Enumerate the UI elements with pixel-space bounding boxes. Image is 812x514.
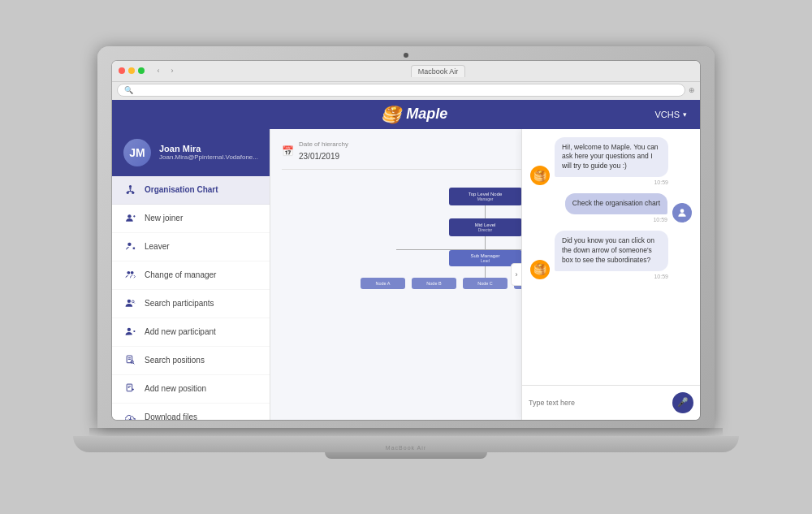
sidebar-label-search-participants: Search participants bbox=[145, 299, 214, 308]
browser-window: ‹ › Macbook Air 🔍 ⊕ 🥞 bbox=[112, 61, 700, 420]
chat-message-user-1: Check the organisation chart 10:59 bbox=[530, 193, 692, 222]
calendar-icon: 📅 bbox=[282, 145, 294, 157]
forward-button[interactable]: › bbox=[166, 65, 178, 76]
browser-nav: ‹ › bbox=[153, 65, 178, 76]
app-header: 🥞 Maple VCHS ▾ bbox=[112, 100, 700, 129]
browser-tab[interactable]: Macbook Air bbox=[411, 65, 466, 77]
sidebar-item-change-manager[interactable]: Change of manager bbox=[112, 261, 270, 290]
address-bar: 🔍 ⊕ bbox=[112, 82, 700, 100]
laptop-base: MacBook Air bbox=[73, 436, 739, 452]
svg-line-16 bbox=[133, 302, 134, 303]
chat-time-1: 10:59 bbox=[555, 179, 668, 185]
sidebar: JM Joan Mira Joan.Mira@Ppinternal.Vodafo… bbox=[112, 129, 270, 420]
svg-point-6 bbox=[127, 214, 131, 218]
chat-messages: 🥞 Hi!, welcome to Maple. You can ask her… bbox=[522, 129, 700, 385]
header-org-name: VCHS bbox=[654, 110, 680, 119]
address-search-icon: ⊕ bbox=[689, 86, 695, 94]
header-org-selector[interactable]: VCHS ▾ bbox=[654, 110, 687, 119]
sidebar-item-add-position[interactable]: Add new position bbox=[112, 375, 270, 404]
svg-rect-25 bbox=[127, 384, 132, 391]
url-input[interactable]: 🔍 bbox=[117, 84, 685, 97]
user-info: Joan Mira Joan.Mira@Ppinternal.Vodafone.… bbox=[159, 144, 258, 161]
chat-expand-button[interactable]: › bbox=[511, 263, 522, 286]
date-label: Date of hierarchy bbox=[299, 140, 348, 148]
svg-point-13 bbox=[130, 271, 133, 274]
org-node-l1[interactable]: Node A bbox=[361, 278, 405, 289]
sidebar-item-search-positions[interactable]: Search positions bbox=[112, 347, 270, 375]
mic-button[interactable]: 🎤 bbox=[672, 392, 693, 413]
bot-avatar-2: 🥞 bbox=[530, 260, 550, 279]
sidebar-item-search-participants[interactable]: Search participants bbox=[112, 290, 270, 318]
sidebar-label-new-joiner: New joiner bbox=[145, 214, 183, 222]
sidebar-item-new-joiner[interactable]: New joiner bbox=[112, 205, 270, 233]
macbook-label: MacBook Air bbox=[386, 445, 426, 451]
sidebar-label-org-chart: Organisation Chart bbox=[145, 185, 218, 194]
content-area: 📅 Date of hierarchy 23/01/2019 Top Level… bbox=[270, 129, 700, 420]
org-connector bbox=[485, 205, 486, 218]
camera-dot bbox=[404, 53, 408, 58]
avatar: JM bbox=[123, 139, 151, 166]
add-position-icon bbox=[123, 382, 136, 395]
org-node-l2[interactable]: Node B bbox=[412, 278, 456, 289]
org-node-mid[interactable]: Mid LevelDirector bbox=[449, 218, 522, 236]
org-chart-icon bbox=[123, 184, 136, 197]
app-content: 🥞 Maple VCHS ▾ JM Joa bbox=[112, 100, 700, 420]
user-profile: JM Joan Mira Joan.Mira@Ppinternal.Vodafo… bbox=[112, 129, 270, 176]
sidebar-item-download-files[interactable]: Download files bbox=[112, 404, 270, 420]
browser-tab-bar: Macbook Air bbox=[183, 65, 693, 77]
chat-bubble-bot-1: Hi!, welcome to Maple. You can ask here … bbox=[555, 137, 668, 178]
search-icon: 🔍 bbox=[124, 86, 133, 94]
date-value: 23/01/2019 bbox=[299, 152, 339, 161]
sidebar-item-org-chart[interactable]: Organisation Chart bbox=[112, 176, 270, 205]
browser-chrome: ‹ › Macbook Air bbox=[112, 61, 700, 82]
sidebar-label-change-manager: Change of manager bbox=[145, 270, 216, 279]
svg-point-9 bbox=[127, 243, 131, 246]
svg-point-14 bbox=[127, 300, 130, 303]
app-logo: 🥞 Maple bbox=[381, 105, 447, 124]
chat-message-bot-2: 🥞 Did you know you can click on the down… bbox=[530, 231, 692, 279]
bot-avatar-1: 🥞 bbox=[530, 166, 550, 185]
svg-point-0 bbox=[128, 185, 131, 188]
sidebar-label-leaver: Leaver bbox=[145, 242, 170, 251]
sidebar-label-search-positions: Search positions bbox=[145, 356, 205, 365]
user-name: Joan Mira bbox=[159, 144, 258, 153]
back-button[interactable]: ‹ bbox=[153, 65, 164, 76]
chat-message-bot-1: 🥞 Hi!, welcome to Maple. You can ask her… bbox=[530, 137, 692, 186]
svg-rect-1 bbox=[129, 188, 131, 189]
traffic-light-green[interactable] bbox=[138, 67, 145, 74]
mic-icon: 🎤 bbox=[677, 397, 689, 408]
user-email: Joan.Mira@Ppinternal.Vodafone... bbox=[159, 153, 258, 161]
laptop-hinge bbox=[89, 428, 723, 436]
org-node-l3[interactable]: Node C bbox=[463, 278, 508, 289]
change-manager-icon bbox=[123, 269, 136, 282]
add-participant-icon bbox=[123, 326, 136, 339]
download-files-icon bbox=[123, 411, 136, 420]
org-node-top[interactable]: Top Level NodeManager bbox=[449, 188, 522, 205]
org-connector-2 bbox=[485, 236, 486, 249]
chat-input-area: 🎤 bbox=[522, 385, 700, 420]
svg-point-17 bbox=[127, 328, 130, 331]
sidebar-label-download-files: Download files bbox=[145, 412, 197, 420]
new-joiner-icon bbox=[123, 212, 136, 225]
logo-icon: 🥞 bbox=[381, 105, 401, 124]
search-participants-icon bbox=[123, 297, 136, 310]
sidebar-item-add-participant[interactable]: Add new participant bbox=[112, 318, 270, 347]
sidebar-item-leaver[interactable]: Leaver bbox=[112, 233, 270, 261]
chevron-down-icon: ▾ bbox=[683, 110, 687, 119]
chat-text-input[interactable] bbox=[529, 399, 667, 407]
logo-text: Maple bbox=[406, 106, 447, 123]
svg-point-15 bbox=[132, 300, 134, 303]
user-avatar-chat bbox=[672, 203, 692, 222]
chat-time-3: 10:59 bbox=[555, 274, 668, 279]
search-positions-icon bbox=[123, 354, 136, 367]
sidebar-label-add-participant: Add new participant bbox=[145, 327, 216, 336]
chat-bubble-bot-2: Did you know you can click on the down a… bbox=[555, 231, 668, 271]
svg-line-24 bbox=[133, 363, 134, 364]
chat-bubble-user-1: Check the organisation chart bbox=[565, 193, 667, 214]
svg-point-12 bbox=[127, 271, 130, 274]
svg-point-4 bbox=[126, 192, 128, 194]
traffic-light-red[interactable] bbox=[119, 67, 125, 74]
chat-panel: › 🥞 Hi!, welcome to Maple. You can ask h… bbox=[521, 129, 700, 420]
traffic-light-yellow[interactable] bbox=[128, 67, 135, 74]
svg-point-5 bbox=[132, 192, 134, 194]
